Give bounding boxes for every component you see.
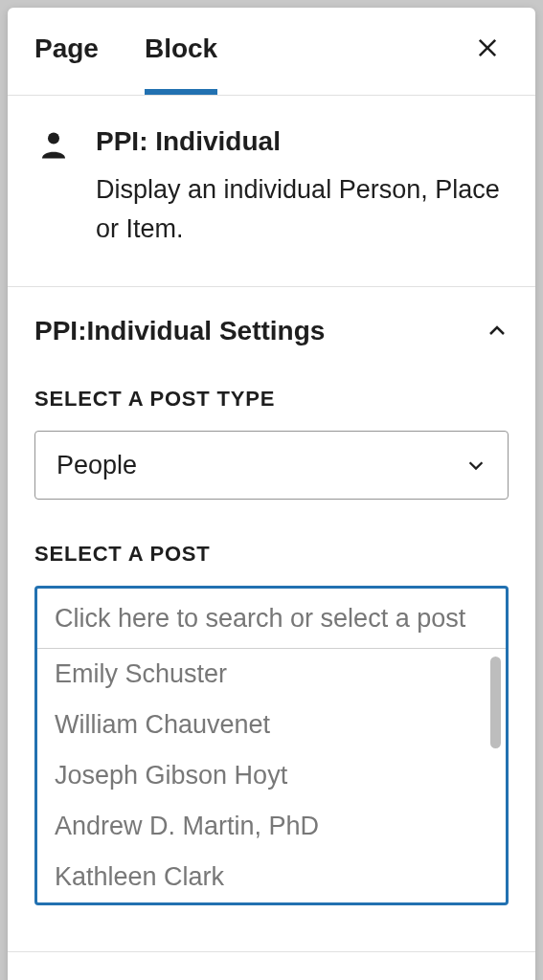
post-type-value: People [57,451,137,480]
scrollbar-thumb[interactable] [490,657,501,748]
post-option[interactable]: William Chauvenet [37,700,506,750]
advanced-section: Advanced [8,951,535,980]
svg-point-2 [48,133,59,145]
tabs-header: Page Block [8,8,535,96]
post-select-field: Select a Post Emily Schuster William Cha… [34,542,509,905]
post-select-combobox: Emily Schuster William Chauvenet Joseph … [34,586,509,905]
post-select-label: Select a Post [34,542,509,567]
block-title: PPI: Individual [96,126,509,157]
block-description: PPI: Individual Display an individual Pe… [8,96,535,287]
post-type-select[interactable]: People [34,431,509,500]
post-select-list: Emily Schuster William Chauvenet Joseph … [37,648,506,902]
post-option[interactable]: Andrew D. Martin, PhD [37,801,506,852]
close-icon [474,34,501,61]
settings-section-toggle[interactable]: PPI:Individual Settings [8,287,535,375]
post-option[interactable]: Emily Schuster [37,649,506,700]
chevron-down-icon [465,455,486,476]
person-icon [34,126,73,165]
block-description-text: PPI: Individual Display an individual Pe… [96,126,509,248]
close-button[interactable] [466,26,509,77]
post-option[interactable]: Joseph Gibson Hoyt [37,750,506,801]
advanced-section-toggle[interactable]: Advanced [8,952,535,980]
post-type-label: Select a Post Type [34,387,509,412]
tab-page[interactable]: Page [34,8,99,95]
settings-section-title: PPI:Individual Settings [34,316,325,346]
block-settings-panel: Page Block PPI: Individual Display an in… [8,8,535,980]
chevron-up-icon [486,320,509,343]
post-select-input[interactable] [37,589,506,648]
post-option[interactable]: Kathleen Clark [37,852,506,902]
block-subtitle: Display an individual Person, Place or I… [96,170,509,248]
settings-section-body: Select a Post Type People Select a Post … [8,387,535,951]
post-type-field: Select a Post Type People [34,387,509,500]
tab-block[interactable]: Block [145,8,217,95]
